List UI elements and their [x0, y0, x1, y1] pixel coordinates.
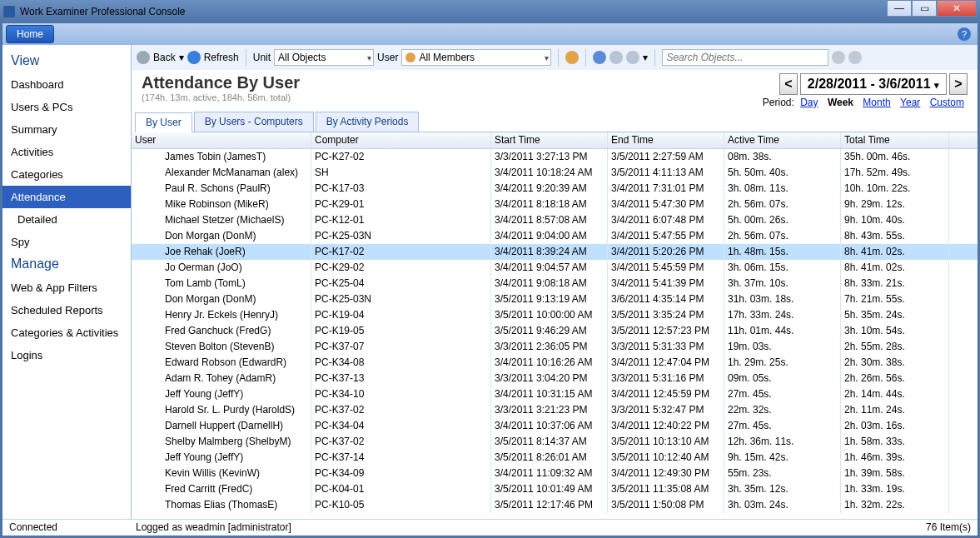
date-next-button[interactable]: >	[949, 73, 968, 95]
sidebar-item-attendance[interactable]: Attendance	[2, 186, 131, 208]
date-range[interactable]: 2/28/2011 - 3/6/2011 ▾	[800, 73, 947, 95]
user-select[interactable]: All Members	[401, 49, 551, 66]
cell: Jo Oerman (JoO)	[132, 260, 311, 276]
table-row[interactable]: Henry Jr. Eckels (HenryJ)PC-K19-043/5/20…	[132, 307, 978, 323]
col-computer[interactable]: Computer	[311, 132, 491, 148]
sidebar-item-activities[interactable]: Activities	[2, 141, 131, 163]
refresh-icon[interactable]	[187, 51, 201, 64]
period-day[interactable]: Day	[800, 97, 818, 108]
cell: PC-K25-03N	[311, 291, 491, 307]
sidebar-item-detailed[interactable]: Detailed	[2, 208, 131, 231]
table-row[interactable]: Jeff Young (JeffY)PC-K34-103/4/2011 10:3…	[132, 386, 978, 402]
table-row[interactable]: Adam R. Tohey (AdamR)PC-K37-133/3/2011 3…	[132, 371, 978, 386]
cell: 1h. 39m. 58s.	[841, 466, 949, 481]
cell: Henry Jr. Eckels (HenryJ)	[132, 307, 311, 323]
sidebar-item-logins[interactable]: Logins	[2, 344, 131, 366]
maximize-button[interactable]: ▭	[912, 0, 937, 17]
help-icon[interactable]: ?	[958, 27, 971, 41]
period-week[interactable]: Week	[828, 97, 853, 108]
search-icon[interactable]	[832, 51, 845, 64]
tab-by-users-computers[interactable]: By Users - Computers	[194, 112, 314, 132]
col-total[interactable]: Total Time	[841, 132, 949, 148]
cell: PC-K34-10	[311, 386, 491, 402]
cell: PC-K37-07	[311, 339, 491, 355]
cell: 3h. 37m. 10s.	[724, 276, 841, 291]
sidebar-item-dashboard[interactable]: Dashboard	[2, 73, 131, 96]
period-custom[interactable]: Custom	[930, 97, 964, 108]
cell: 9h. 15m. 42s.	[724, 450, 841, 466]
tab-by-activity-periods[interactable]: By Activity Periods	[316, 112, 420, 132]
cell: PC-K34-09	[311, 466, 491, 481]
col-user[interactable]: User	[132, 132, 311, 148]
cell: 5h. 00m. 26s.	[724, 212, 841, 228]
toolbar: Back▾ Refresh Unit All Objects User All …	[132, 45, 978, 70]
sidebar-item-web-app-filters[interactable]: Web & App Filters	[2, 276, 131, 299]
table-row[interactable]: Paul R. Schons (PaulR)PC-K17-033/4/2011 …	[132, 181, 978, 197]
sidebar-item-categories[interactable]: Categories	[2, 163, 131, 186]
date-prev-button[interactable]: <	[779, 73, 798, 95]
period-year[interactable]: Year	[900, 97, 920, 108]
cell: Don Morgan (DonM)	[132, 291, 311, 307]
table-row[interactable]: Tom Lamb (TomL)PC-K25-043/4/2011 9:08:18…	[132, 276, 978, 291]
table-row[interactable]: Joe Rehak (JoeR)PC-K17-023/4/2011 8:39:2…	[132, 244, 978, 260]
sidebar-item-summary[interactable]: Summary	[2, 118, 131, 141]
sidebar-item-users-pcs[interactable]: Users & PCs	[2, 96, 131, 118]
col-end[interactable]: End Time	[608, 132, 724, 148]
search-options-icon[interactable]	[848, 51, 862, 64]
table-row[interactable]: Edward Robson (EdwardR)PC-K34-083/4/2011…	[132, 355, 978, 371]
cell: 3/4/2011 12:40:22 PM	[608, 418, 724, 434]
col-start[interactable]: Start Time	[491, 132, 608, 148]
cell: PC-K12-01	[311, 212, 491, 228]
minimize-button[interactable]: —	[887, 0, 912, 17]
cell: 3/5/2011 10:13:10 AM	[608, 434, 724, 450]
cell: 2h. 56m. 07s.	[724, 197, 841, 212]
back-icon[interactable]	[137, 51, 150, 64]
schedule-icon[interactable]	[626, 51, 639, 64]
table-row[interactable]: Harold Sr. L. Purdy (HaroldS)PC-K37-023/…	[132, 402, 978, 418]
cell: 5h. 35m. 24s.	[841, 307, 949, 323]
table-row[interactable]: Michael Stetzer (MichaelS)PC-K12-013/4/2…	[132, 212, 978, 228]
col-active[interactable]: Active Time	[724, 132, 841, 148]
cell: 2h. 11m. 24s.	[841, 402, 949, 418]
save-icon[interactable]	[593, 51, 606, 64]
table-row[interactable]: Steven Bolton (StevenB)PC-K37-073/3/2011…	[132, 339, 978, 355]
table-row[interactable]: Darnell Huppert (DarnellH)PC-K34-043/4/2…	[132, 418, 978, 434]
table-row[interactable]: James Tobin (JamesT)PC-K27-023/3/2011 3:…	[132, 149, 978, 165]
table-row[interactable]: Thomas Elias (ThomasE)PC-K10-053/5/2011 …	[132, 497, 978, 513]
table-row[interactable]: Shelby Malmberg (ShelbyM)PC-K37-023/5/20…	[132, 434, 978, 450]
search-input[interactable]	[662, 49, 828, 66]
table-row[interactable]: Fred Ganchuck (FredG)PC-K19-053/5/2011 9…	[132, 323, 978, 339]
cell: 3/4/2011 8:39:24 AM	[491, 244, 608, 260]
refresh-button[interactable]: Refresh	[204, 52, 239, 63]
back-button[interactable]: Back	[153, 52, 176, 63]
cell: 3/3/2011 5:32:47 PM	[608, 402, 724, 418]
cell: Michael Stetzer (MichaelS)	[132, 212, 311, 228]
unit-select[interactable]: All Objects	[274, 49, 374, 66]
table-row[interactable]: Kevin Willis (KevinW)PC-K34-093/4/2011 1…	[132, 466, 978, 481]
sidebar-item-categories-activities[interactable]: Categories & Activities	[2, 321, 131, 344]
tab-by-user[interactable]: By User	[135, 112, 192, 132]
export-icon[interactable]	[609, 51, 623, 64]
table-row[interactable]: Jo Oerman (JoO)PC-K29-023/4/2011 9:04:57…	[132, 260, 978, 276]
cell: Thomas Elias (ThomasE)	[132, 497, 311, 513]
grid-body[interactable]: James Tobin (JamesT)PC-K27-023/3/2011 3:…	[132, 149, 978, 519]
cell: James Tobin (JamesT)	[132, 149, 311, 165]
table-row[interactable]: Mike Robinson (MikeR)PC-K29-013/4/2011 8…	[132, 197, 978, 212]
sidebar-item-scheduled-reports[interactable]: Scheduled Reports	[2, 299, 131, 321]
table-row[interactable]: Jeff Young (JeffY)PC-K37-143/5/2011 8:26…	[132, 450, 978, 466]
table-row[interactable]: Don Morgan (DonM)PC-K25-03N3/4/2011 9:04…	[132, 228, 978, 244]
home-button[interactable]: Home	[6, 25, 54, 43]
table-row[interactable]: Alexander McManaman (alex)SH3/4/2011 10:…	[132, 165, 978, 181]
cell: 1h. 29m. 25s.	[724, 355, 841, 371]
period-month[interactable]: Month	[863, 97, 890, 108]
users-icon	[405, 52, 415, 62]
table-row[interactable]: Don Morgan (DonM)PC-K25-03N3/5/2011 9:13…	[132, 291, 978, 307]
cell: 3/5/2011 9:46:29 AM	[491, 323, 608, 339]
cell: 3/4/2011 6:07:48 PM	[608, 212, 724, 228]
close-button[interactable]: ✕	[937, 0, 977, 17]
cell: 3/4/2011 10:18:24 AM	[491, 165, 608, 181]
sidebar-item-spy[interactable]: Spy	[2, 231, 131, 253]
add-button-icon[interactable]	[565, 51, 579, 64]
table-row[interactable]: Fred Carritt (FredC)PC-K04-013/5/2011 10…	[132, 481, 978, 497]
cell: 3h. 35m. 12s.	[724, 481, 841, 497]
